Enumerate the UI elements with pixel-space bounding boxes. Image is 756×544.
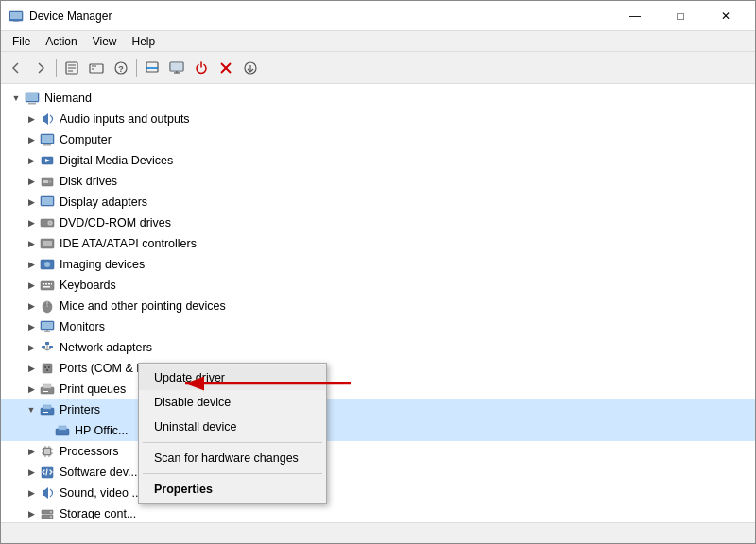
ports-expand[interactable]: ▶ <box>24 361 39 376</box>
computer-expand[interactable]: ▶ <box>24 132 39 147</box>
root-label: Niemand <box>44 92 92 105</box>
minimize-button[interactable]: — <box>613 1 657 31</box>
forward-button[interactable] <box>29 57 52 79</box>
device-tree[interactable]: ▼ Niemand ▶ <box>1 88 755 518</box>
imaging-expand[interactable]: ▶ <box>24 257 39 272</box>
hp-label: HP Offic... <box>75 424 129 437</box>
close-button[interactable]: ✕ <box>704 1 747 31</box>
menu-action[interactable]: Action <box>38 33 84 50</box>
help-button[interactable]: ? <box>110 57 132 79</box>
ide-expand[interactable]: ▶ <box>24 236 39 251</box>
remove-icon <box>218 60 233 76</box>
tree-item-storage[interactable]: ▶ Storage cont... <box>1 503 755 518</box>
storage-label: Storage cont... <box>60 507 136 518</box>
svg-rect-42 <box>41 281 54 290</box>
svg-rect-55 <box>49 346 53 348</box>
root-expand[interactable]: ▼ <box>9 91 24 106</box>
menu-help[interactable]: Help <box>125 33 163 50</box>
tree-item-keyboard[interactable]: ▶ Keyboards <box>1 275 755 296</box>
monitors-expand[interactable]: ▶ <box>24 319 39 334</box>
svg-rect-65 <box>43 384 51 388</box>
mice-expand[interactable]: ▶ <box>24 298 39 314</box>
network-expand[interactable]: ▶ <box>24 340 39 355</box>
menu-bar: File Action View Help <box>1 31 755 52</box>
monitors-icon <box>39 318 56 335</box>
software-expand[interactable]: ▶ <box>24 465 39 480</box>
svg-rect-15 <box>170 62 183 71</box>
menu-view[interactable]: View <box>85 33 125 50</box>
tree-item-digital-media[interactable]: ▶ Digital Media Devices <box>1 150 755 171</box>
tree-item-display[interactable]: ▶ Display adapters <box>1 192 755 212</box>
menu-file[interactable]: File <box>5 33 38 50</box>
sound-expand[interactable]: ▶ <box>24 485 39 501</box>
display-icon <box>39 194 56 211</box>
disk-expand[interactable]: ▶ <box>24 174 39 189</box>
svg-rect-31 <box>43 180 48 183</box>
printqueues-icon <box>39 381 56 398</box>
processors-expand[interactable]: ▶ <box>24 444 39 459</box>
remove-button[interactable] <box>215 57 237 79</box>
svg-rect-1 <box>10 12 22 19</box>
context-menu-scan[interactable]: Scan for hardware changes <box>139 446 326 470</box>
tree-item-imaging[interactable]: ▶ Imaging devices <box>1 254 755 275</box>
monitor-icon <box>169 60 184 76</box>
disk-icon <box>39 173 56 190</box>
tree-item-dvd[interactable]: ▶ DVD/CD-ROM drives <box>1 212 755 233</box>
svg-rect-12 <box>146 62 158 72</box>
device-manager-window: Device Manager — □ ✕ File Action View He… <box>0 0 756 544</box>
audio-expand[interactable]: ▶ <box>24 111 39 127</box>
svg-rect-44 <box>45 283 47 285</box>
storage-expand[interactable]: ▶ <box>24 506 39 518</box>
tree-item-hp-printer[interactable]: HP Offic... <box>1 420 755 441</box>
svg-point-41 <box>44 262 50 267</box>
tree-item-printqueues[interactable]: ▶ Print queues <box>1 379 755 400</box>
tree-item-disk[interactable]: ▶ Disk drives <box>1 171 755 192</box>
printers-expand[interactable]: ▼ <box>24 402 39 417</box>
printers-icon <box>39 401 56 418</box>
tree-root[interactable]: ▼ Niemand <box>1 88 755 109</box>
digital-media-icon <box>39 152 56 169</box>
dvd-expand[interactable]: ▶ <box>24 215 39 230</box>
power-button[interactable] <box>190 57 213 79</box>
context-menu-uninstall[interactable]: Uninstall device <box>139 415 326 439</box>
printers-label: Printers <box>60 403 100 416</box>
tree-item-computer[interactable]: ▶ Computer <box>1 129 755 150</box>
svg-rect-72 <box>58 433 63 434</box>
properties-button[interactable] <box>60 57 83 79</box>
title-bar: Device Manager — □ ✕ <box>1 1 755 31</box>
context-menu-properties[interactable]: Properties <box>139 477 326 502</box>
display-expand[interactable]: ▶ <box>24 195 39 210</box>
svg-point-63 <box>46 369 48 371</box>
svg-rect-54 <box>42 346 45 348</box>
network-label: Network adapters <box>60 341 152 354</box>
tree-item-printers[interactable]: ▼ Printers <box>1 400 755 420</box>
app-icon <box>9 8 24 24</box>
digital-media-expand[interactable]: ▶ <box>24 153 39 168</box>
update-icon <box>89 60 104 76</box>
svg-point-87 <box>50 516 52 518</box>
tree-item-ports[interactable]: ▶ Ports (COM & LPT) <box>1 358 755 379</box>
tree-item-network[interactable]: ▶ Network adapters <box>1 337 755 358</box>
svg-rect-46 <box>51 283 52 285</box>
tree-item-mice[interactable]: ▶ Mice and other pointing devices <box>1 296 755 316</box>
tree-item-sound[interactable]: ▶ Sound, video ... <box>1 483 755 503</box>
tree-item-ide[interactable]: ▶ IDE ATA/ATAPI controllers <box>1 233 755 254</box>
update-driver-toolbar-button[interactable] <box>85 57 108 79</box>
computer2-icon <box>39 131 56 148</box>
keyboard-expand[interactable]: ▶ <box>24 278 39 293</box>
scan-hardware-button[interactable] <box>141 57 163 79</box>
maximize-button[interactable]: □ <box>659 1 702 31</box>
hp-expand <box>39 423 54 438</box>
context-menu-update-driver[interactable]: Update driver <box>139 366 326 390</box>
printqueues-expand[interactable]: ▶ <box>24 382 39 397</box>
svg-rect-68 <box>43 405 51 409</box>
monitor-button[interactable] <box>165 57 188 79</box>
tree-item-monitors[interactable]: ▶ Monitors <box>1 316 755 337</box>
download-button[interactable] <box>239 57 262 79</box>
back-button[interactable] <box>5 57 27 79</box>
context-menu-disable[interactable]: Disable device <box>139 390 326 415</box>
svg-rect-43 <box>43 283 44 285</box>
tree-item-software[interactable]: ▶ Software dev... <box>1 462 755 483</box>
tree-item-audio[interactable]: ▶ Audio inputs and outputs <box>1 109 755 129</box>
tree-item-processors[interactable]: ▶ Processors <box>1 441 755 462</box>
